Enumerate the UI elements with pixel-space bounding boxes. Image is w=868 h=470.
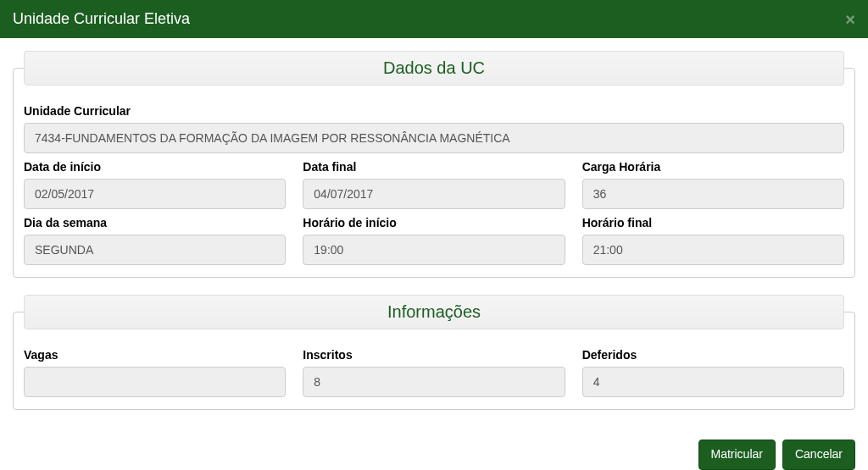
input-horario-inicio [303, 235, 565, 265]
input-vagas [24, 367, 286, 397]
group-carga-horaria: Carga Horária [582, 160, 844, 209]
input-dia-semana [24, 235, 286, 265]
input-data-inicio [24, 179, 286, 209]
label-deferidos: Deferidos [582, 348, 844, 362]
input-deferidos [582, 367, 844, 397]
close-icon[interactable]: × [845, 11, 855, 28]
modal-title: Unidade Curricular Eletiva [13, 10, 190, 28]
group-unidade-curricular: Unidade Curricular [24, 104, 844, 153]
group-data-final: Data final [303, 160, 565, 209]
group-deferidos: Deferidos [582, 348, 844, 397]
input-horario-final [582, 235, 844, 265]
cancelar-button[interactable]: Cancelar [782, 440, 855, 470]
legend-dados-uc: Dados da UC [24, 51, 844, 86]
label-horario-final: Horário final [582, 216, 844, 229]
group-vagas: Vagas [24, 348, 286, 397]
fieldset-dados-uc: Dados da UC Unidade Curricular Data de i… [13, 51, 855, 278]
legend-informacoes: Informações [24, 295, 844, 329]
modal-body: Dados da UC Unidade Curricular Data de i… [0, 38, 868, 440]
label-inscritos: Inscritos [303, 348, 565, 362]
group-data-inicio: Data de início [24, 160, 286, 209]
label-vagas: Vagas [24, 348, 286, 362]
matricular-button[interactable]: Matricular [698, 440, 776, 470]
group-inscritos: Inscritos [303, 348, 565, 397]
input-unidade-curricular [24, 123, 844, 153]
input-carga-horaria [582, 179, 844, 209]
label-data-inicio: Data de início [24, 160, 286, 174]
input-data-final [303, 179, 565, 209]
group-dia-semana: Dia da semana [24, 216, 286, 265]
group-horario-inicio: Horário de início [303, 216, 565, 265]
fieldset-informacoes: Informações Vagas Inscritos Deferidos [13, 295, 855, 410]
modal-header: Unidade Curricular Eletiva × [0, 0, 868, 38]
label-horario-inicio: Horário de início [303, 216, 565, 229]
label-data-final: Data final [303, 160, 565, 174]
group-horario-final: Horário final [582, 216, 844, 265]
label-dia-semana: Dia da semana [24, 216, 286, 229]
input-inscritos [303, 367, 565, 397]
label-unidade-curricular: Unidade Curricular [24, 104, 844, 118]
label-carga-horaria: Carga Horária [582, 160, 844, 174]
modal-footer: Matricular Cancelar [0, 440, 868, 470]
